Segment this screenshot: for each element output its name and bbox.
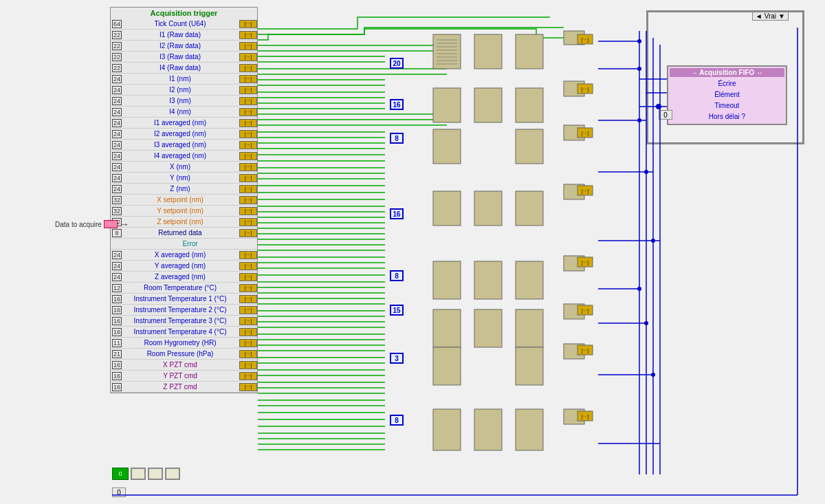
signal-num-badge: 12 bbox=[112, 284, 122, 292]
svg-rect-114 bbox=[433, 309, 461, 347]
signal-label: I4 averaged (nm) bbox=[122, 152, 238, 160]
svg-rect-122 bbox=[474, 409, 502, 450]
blue-num-15: 15 bbox=[390, 305, 404, 316]
blue-num-16a-val: 16 bbox=[393, 101, 400, 109]
svg-rect-102 bbox=[564, 81, 584, 96]
signal-num-badge: 8 bbox=[112, 229, 122, 237]
signal-row: 24I3 averaged (nm)[···] bbox=[111, 140, 257, 151]
signal-row: 32Y setpoint (nm)[···] bbox=[111, 206, 257, 217]
fifo-row: Élément bbox=[670, 89, 784, 100]
connector-box: [···] bbox=[239, 20, 257, 28]
signal-label: I2 (nm) bbox=[122, 86, 238, 94]
connector-box: [···] bbox=[239, 229, 257, 237]
svg-rect-123 bbox=[516, 409, 543, 450]
signal-label: I2 averaged (nm) bbox=[122, 130, 238, 138]
signal-label: I3 (nm) bbox=[122, 97, 238, 105]
svg-rect-128 bbox=[578, 186, 593, 195]
case-value: Vrai bbox=[764, 12, 776, 20]
signal-row: 24I2 averaged (nm)[···] bbox=[111, 129, 257, 140]
svg-point-144 bbox=[644, 170, 648, 174]
signal-num-badge: 16 bbox=[112, 306, 122, 314]
fifo-row: Écrire bbox=[670, 78, 784, 89]
svg-rect-108 bbox=[516, 191, 543, 226]
svg-text:[···]: [···] bbox=[581, 413, 588, 419]
connector-box: [···] bbox=[239, 317, 257, 325]
connector-box: [···] bbox=[239, 295, 257, 303]
signal-label: Room Pressure (hPa) bbox=[122, 350, 238, 358]
signal-label: X averaged (nm) bbox=[122, 251, 238, 259]
signal-label: Y (nm) bbox=[122, 174, 238, 182]
connector-box: [···] bbox=[239, 273, 257, 281]
case-label[interactable]: ◄ Vrai ▼ bbox=[752, 12, 789, 21]
connector-box: [···] bbox=[239, 207, 257, 215]
signal-num-badge: 32 bbox=[112, 207, 122, 215]
svg-rect-131 bbox=[578, 345, 593, 355]
svg-rect-112 bbox=[516, 261, 543, 299]
svg-rect-88 bbox=[474, 34, 502, 69]
signal-row: 32Z setpoint (nm)[···] bbox=[111, 217, 257, 228]
svg-rect-124 bbox=[564, 409, 584, 424]
fifo-row: Hors délai ? bbox=[670, 111, 784, 122]
connector-box: [···] bbox=[239, 350, 257, 358]
connector-box: [···] bbox=[239, 31, 257, 39]
signal-row: 22I1 (Raw data)[···] bbox=[111, 30, 257, 41]
connector-box: [···] bbox=[239, 119, 257, 127]
connector-box: [···] bbox=[239, 97, 257, 105]
connector-box: [···] bbox=[239, 262, 257, 270]
connector-box: [···] bbox=[239, 251, 257, 259]
blue-num-20-val: 20 bbox=[393, 60, 400, 67]
svg-point-148 bbox=[651, 373, 655, 377]
ctrl-btn-2[interactable] bbox=[148, 468, 163, 480]
connector-box: [···] bbox=[239, 130, 257, 138]
ctrl-btn-1[interactable] bbox=[131, 468, 146, 480]
svg-point-147 bbox=[644, 321, 648, 325]
signal-label: I2 (Raw data) bbox=[122, 42, 238, 50]
signal-row: 16Y PZT cmd[···] bbox=[111, 371, 257, 382]
green-status-box: 0 bbox=[112, 468, 129, 480]
blue-num-8c: 8 bbox=[390, 415, 404, 426]
svg-rect-111 bbox=[474, 261, 502, 299]
signal-row: 21Room Pressure (hPa)[···] bbox=[111, 349, 257, 360]
connector-box: [···] bbox=[239, 196, 257, 204]
signal-label: Instrument Temperature 3 (°C) bbox=[122, 317, 238, 325]
svg-rect-105 bbox=[564, 125, 584, 140]
svg-rect-104 bbox=[516, 129, 543, 164]
signal-num-badge: 16 bbox=[112, 328, 122, 336]
signal-panel: Acquisition trigger 64Tick Count (U64)[·… bbox=[110, 7, 258, 393]
connector-box: [···] bbox=[239, 108, 257, 116]
signal-row: 24Y (nm)[···] bbox=[111, 173, 257, 184]
signal-num-badge: 24 bbox=[112, 262, 122, 270]
signal-row: 24I4 (nm)[···] bbox=[111, 107, 257, 118]
signal-row: 22I2 (Raw data)[···] bbox=[111, 41, 257, 52]
blue-num-20: 20 bbox=[390, 58, 404, 69]
fifo-row-label: Hors délai ? bbox=[670, 113, 784, 120]
signal-num-badge: 22 bbox=[112, 64, 122, 72]
connector-box: [···] bbox=[239, 53, 257, 61]
signal-label: Y averaged (nm) bbox=[122, 262, 238, 270]
svg-point-141 bbox=[637, 39, 641, 43]
ctrl-btn-3[interactable] bbox=[165, 468, 180, 480]
signal-num-badge: 64 bbox=[112, 20, 122, 28]
signal-label: Error bbox=[123, 240, 257, 248]
signal-label: Instrument Temperature 2 (°C) bbox=[122, 306, 238, 314]
connector-box: [···] bbox=[239, 163, 257, 171]
signal-row: 16Instrument Temperature 2 (°C)[···] bbox=[111, 305, 257, 316]
panel-title: Acquisition trigger bbox=[111, 8, 257, 19]
svg-rect-109 bbox=[564, 184, 584, 199]
signal-label: I3 averaged (nm) bbox=[122, 141, 238, 149]
svg-rect-106 bbox=[433, 191, 461, 226]
svg-rect-126 bbox=[578, 84, 593, 94]
green-box-value: 0 bbox=[118, 470, 122, 477]
svg-text:[···]: [···] bbox=[581, 86, 588, 92]
signal-label: I4 (Raw data) bbox=[122, 64, 238, 72]
svg-rect-116 bbox=[516, 309, 543, 347]
blue-num-3: 3 bbox=[390, 353, 404, 364]
signal-label: Returned data bbox=[122, 229, 238, 237]
signal-row: 16Instrument Temperature 1 (°C)[···] bbox=[111, 294, 257, 305]
blue-num-16b: 16 bbox=[390, 208, 404, 219]
svg-rect-125 bbox=[578, 34, 593, 44]
connector-box: [···] bbox=[239, 42, 257, 50]
fifo-row-label: Élément bbox=[670, 91, 784, 98]
signal-num-badge: 24 bbox=[112, 75, 122, 83]
blue-num-8b: 8 bbox=[390, 270, 404, 281]
